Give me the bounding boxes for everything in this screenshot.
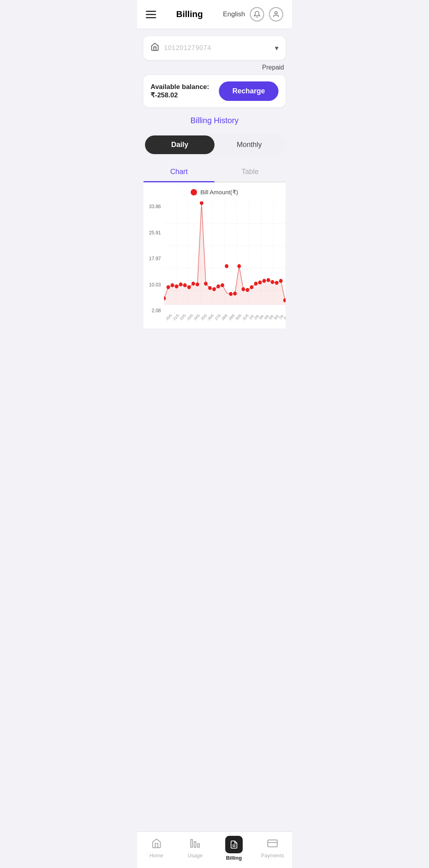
data-point <box>179 282 183 286</box>
data-point <box>200 201 203 205</box>
legend-dot <box>191 189 197 195</box>
y-label-3: 17.97 <box>147 256 161 261</box>
svg-rect-18 <box>191 839 192 847</box>
data-point <box>225 264 228 268</box>
nav-home[interactable]: Home <box>137 838 176 858</box>
header-actions: English <box>223 7 283 21</box>
home-icon <box>151 43 159 54</box>
line-chart-svg <box>164 201 286 313</box>
y-label-4: 10.03 <box>147 282 161 288</box>
billing-history-link[interactable]: Billing History <box>143 116 286 125</box>
page-title: Billing <box>176 9 203 19</box>
svg-rect-20 <box>198 844 199 847</box>
chart-area: Bill Amount(₹) 33.86 25.91 17.97 10.03 2… <box>143 182 286 329</box>
chart-canvas: 20/521/522/523/524/525/526/527/528/529/5… <box>164 201 286 329</box>
data-point <box>275 281 278 285</box>
data-point <box>191 282 195 286</box>
billing-nav-icon <box>225 836 243 853</box>
y-label-top: 33.86 <box>147 204 161 209</box>
account-type-label: Prepaid <box>143 64 286 71</box>
data-point <box>187 285 191 289</box>
usage-nav-icon <box>190 838 200 851</box>
y-label-2: 25.91 <box>147 230 161 236</box>
svg-rect-23 <box>268 840 277 847</box>
data-point <box>242 287 245 291</box>
table-tab[interactable]: Table <box>214 162 286 182</box>
account-info: 101201279074 <box>151 43 211 54</box>
data-point <box>254 282 258 286</box>
data-point <box>213 287 216 291</box>
data-point <box>220 283 224 287</box>
nav-usage[interactable]: Usage <box>176 838 215 858</box>
x-axis-labels: 20/521/522/523/524/525/526/527/528/529/5… <box>164 313 286 329</box>
data-point <box>166 285 170 289</box>
language-selector[interactable]: English <box>223 10 245 18</box>
nav-payments[interactable]: Payments <box>253 838 292 858</box>
chart-wrapper: 33.86 25.91 17.97 10.03 2.08 <box>143 201 286 329</box>
data-point <box>258 280 262 284</box>
data-point <box>195 282 199 286</box>
data-point <box>263 279 266 283</box>
monthly-toggle[interactable]: Monthly <box>214 135 284 154</box>
notification-button[interactable] <box>250 7 264 21</box>
header: Billing English <box>137 0 292 29</box>
data-point <box>183 283 187 287</box>
home-nav-label: Home <box>149 853 163 858</box>
period-toggle: Daily Monthly <box>143 134 286 156</box>
y-label-bottom: 2.08 <box>147 308 161 313</box>
data-point <box>267 278 270 282</box>
svg-rect-19 <box>194 842 196 847</box>
data-point <box>238 264 241 268</box>
bell-icon <box>253 11 261 18</box>
account-number: 101201279074 <box>164 44 211 52</box>
account-selector[interactable]: 101201279074 ▾ <box>143 36 286 60</box>
data-point <box>204 282 208 286</box>
data-point <box>170 283 174 287</box>
available-balance: Available balance: ₹-258.02 <box>151 83 219 99</box>
nav-billing[interactable]: Billing <box>214 836 253 861</box>
payments-nav-icon <box>267 838 278 851</box>
y-axis: 33.86 25.91 17.97 10.03 2.08 <box>143 201 164 329</box>
svg-point-0 <box>275 12 277 14</box>
hamburger-line-2 <box>146 14 156 15</box>
recharge-button[interactable]: Recharge <box>219 81 278 101</box>
data-point <box>208 286 212 290</box>
hamburger-line-3 <box>146 17 156 18</box>
chart-tab[interactable]: Chart <box>143 162 214 182</box>
daily-toggle[interactable]: Daily <box>145 135 214 154</box>
hamburger-menu[interactable] <box>146 11 156 18</box>
data-point <box>175 284 178 288</box>
chart-legend: Bill Amount(₹) <box>143 189 286 196</box>
usage-nav-label: Usage <box>187 853 203 858</box>
data-point <box>245 288 249 292</box>
data-point <box>279 279 283 283</box>
data-point <box>229 292 233 296</box>
legend-label: Bill Amount(₹) <box>200 189 238 196</box>
user-icon <box>272 11 280 18</box>
view-tabs: Chart Table <box>143 162 286 182</box>
data-point <box>250 285 253 289</box>
payments-nav-label: Payments <box>261 853 284 858</box>
data-point <box>233 292 237 296</box>
hamburger-line-1 <box>146 11 156 12</box>
main-content: 101201279074 ▾ Prepaid Available balance… <box>137 29 292 329</box>
bottom-nav: Home Usage Billing <box>137 831 292 868</box>
billing-nav-label: Billing <box>226 855 242 861</box>
data-point <box>216 284 220 288</box>
home-nav-icon <box>151 838 162 851</box>
balance-card: Available balance: ₹-258.02 Recharge <box>143 75 286 107</box>
chevron-down-icon: ▾ <box>275 44 278 52</box>
profile-button[interactable] <box>269 7 283 21</box>
data-point <box>271 280 274 284</box>
